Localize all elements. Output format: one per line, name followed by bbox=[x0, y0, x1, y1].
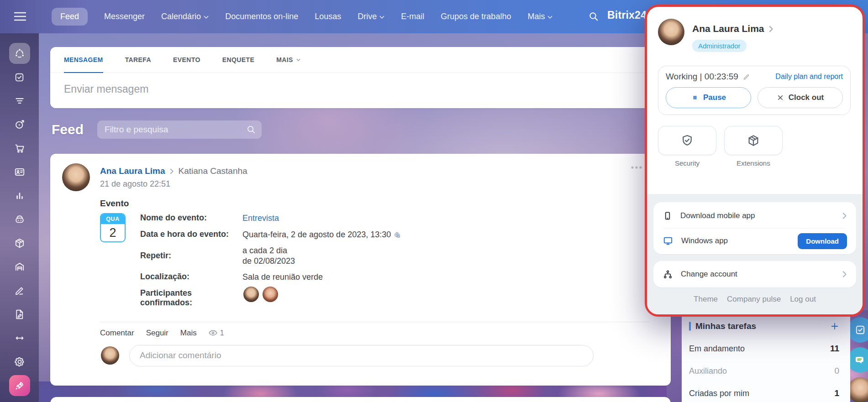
brand-logo[interactable]: Bitrix24 bbox=[607, 9, 647, 21]
check-square-icon bbox=[854, 324, 866, 336]
field-label: Data e hora do evento: bbox=[140, 230, 242, 240]
chevron-down-icon bbox=[296, 58, 300, 62]
chevron-right-icon bbox=[769, 26, 773, 32]
post-header-text: Ana Laura Lima Katiana Castanha 21 de ag… bbox=[100, 163, 247, 191]
add-comment-input[interactable] bbox=[129, 345, 594, 366]
event-name-link[interactable]: Entrevista bbox=[242, 213, 279, 224]
sidebar-item-live-feed[interactable] bbox=[9, 43, 30, 64]
calendar-day: 2 bbox=[101, 224, 125, 241]
sidebar-item-crm[interactable] bbox=[9, 90, 30, 111]
eye-icon bbox=[209, 329, 217, 336]
post-recipient-link[interactable]: Katiana Castanha bbox=[179, 166, 247, 176]
post-author-link[interactable]: Ana Laura Lima bbox=[100, 166, 165, 176]
search-icon[interactable] bbox=[246, 125, 256, 135]
post-divider bbox=[100, 322, 650, 322]
participant-avatar[interactable] bbox=[262, 286, 279, 303]
search-icon[interactable] bbox=[588, 11, 599, 22]
participant-avatar[interactable] bbox=[242, 286, 260, 303]
sidebar-item-upgrade[interactable] bbox=[9, 375, 30, 396]
sidebar-item-marketing[interactable] bbox=[9, 114, 30, 135]
tasks-row-label: Em andamento bbox=[689, 344, 745, 354]
more-action[interactable]: Mais bbox=[180, 329, 197, 338]
nav-item-messenger[interactable]: Messenger bbox=[104, 12, 145, 21]
dock-messenger-button[interactable] bbox=[847, 347, 868, 373]
sidebar-item-tasks[interactable] bbox=[9, 67, 30, 88]
security-tile[interactable]: Security bbox=[658, 126, 716, 167]
edit-pencil-icon[interactable] bbox=[742, 73, 750, 81]
sidebar-item-e-sign[interactable] bbox=[9, 280, 30, 301]
tasks-row-created-by-me[interactable]: Criadas por mim 1 bbox=[689, 388, 839, 398]
profile-avatar[interactable] bbox=[658, 19, 684, 45]
tasks-row-assisting[interactable]: Auxiliando 0 bbox=[689, 366, 839, 376]
sidebar-item-copilot[interactable] bbox=[9, 209, 30, 230]
chevron-down-icon bbox=[379, 16, 384, 19]
nav-item-label: Feed bbox=[60, 12, 79, 21]
sidebar-item-warehouse[interactable] bbox=[9, 256, 30, 277]
extensions-tile[interactable]: Extensions bbox=[724, 126, 783, 167]
menu-hamburger-icon[interactable] bbox=[14, 11, 26, 22]
app-row-label: Windows app bbox=[681, 236, 728, 245]
sidebar-item-company[interactable] bbox=[9, 162, 30, 183]
comment-action[interactable]: Comentar bbox=[100, 329, 134, 338]
sidebar-item-resize[interactable] bbox=[9, 328, 30, 349]
sidebar-item-documents[interactable] bbox=[9, 304, 30, 325]
send-message-input[interactable]: Enviar mensagem bbox=[50, 73, 671, 105]
tab-event[interactable]: EVENTO bbox=[173, 47, 200, 73]
nav-item-feed[interactable]: Feed bbox=[52, 8, 88, 26]
feed-post-card: Ana Laura Lima Katiana Castanha 21 de ag… bbox=[50, 154, 671, 386]
pause-label: Pause bbox=[703, 93, 726, 102]
add-task-icon[interactable] bbox=[830, 322, 839, 331]
tab-message[interactable]: MENSAGEM bbox=[64, 47, 103, 73]
bar-chart-icon bbox=[14, 190, 26, 202]
download-mobile-app-row[interactable]: Download mobile app bbox=[663, 203, 847, 228]
post-type-label: Evento bbox=[100, 198, 659, 209]
post-menu-icon[interactable] bbox=[631, 166, 642, 169]
nav-item-more[interactable]: Mais bbox=[527, 12, 552, 21]
download-button[interactable]: Download bbox=[798, 233, 847, 249]
nav-item-boards[interactable]: Lousas bbox=[315, 12, 341, 21]
tab-task[interactable]: TAREFA bbox=[125, 47, 151, 73]
tab-more[interactable]: MAIS bbox=[276, 47, 300, 73]
tab-poll[interactable]: ENQUETE bbox=[222, 47, 254, 73]
change-account-row[interactable]: Change account bbox=[663, 262, 847, 287]
sidebar-item-analytics[interactable] bbox=[9, 185, 30, 206]
sidebar-item-market[interactable] bbox=[9, 233, 30, 254]
timezone-globe-icon bbox=[394, 231, 400, 238]
pause-button[interactable]: Pause bbox=[666, 87, 751, 108]
feed-filter bbox=[97, 120, 262, 139]
clock-out-button[interactable]: Clock out bbox=[758, 87, 843, 108]
nav-item-calendar[interactable]: Calendário bbox=[161, 12, 209, 21]
event-field-datetime: Data e hora do evento: Quarta-feira, 2 d… bbox=[140, 230, 659, 240]
sidebar-item-sales[interactable] bbox=[9, 138, 30, 159]
tab-label: EVENTO bbox=[173, 56, 200, 63]
field-label: Nome do evento: bbox=[140, 213, 242, 224]
windows-app-row[interactable]: Windows app Download bbox=[663, 228, 847, 253]
nav-item-email[interactable]: E-mail bbox=[401, 12, 424, 21]
dock-user-avatar[interactable] bbox=[847, 377, 868, 402]
quick-tiles: Security Extensions bbox=[658, 126, 851, 167]
profile-name-link[interactable]: Ana Laura Lima bbox=[692, 23, 764, 34]
popup-lower-section: Download mobile app Windows app Download… bbox=[647, 194, 863, 314]
dock-tasks-button[interactable] bbox=[847, 317, 868, 343]
nav-items: Feed Messenger Calendário Documentos on-… bbox=[52, 8, 552, 26]
theme-link[interactable]: Theme bbox=[694, 295, 718, 304]
nav-item-label: Calendário bbox=[161, 12, 201, 21]
shield-check-icon bbox=[680, 134, 694, 147]
tab-label: MAIS bbox=[276, 56, 293, 63]
tasks-row-in-progress[interactable]: Em andamento 11 bbox=[689, 344, 839, 354]
author-avatar[interactable] bbox=[62, 163, 90, 191]
my-tasks-widget: Minhas tarefas Em andamento 11 Auxiliand… bbox=[682, 315, 850, 402]
nav-item-online-docs[interactable]: Documentos on-line bbox=[225, 12, 298, 21]
tab-label: MENSAGEM bbox=[64, 56, 103, 63]
follow-action[interactable]: Seguir bbox=[146, 329, 168, 338]
company-pulse-link[interactable]: Company pulse bbox=[727, 295, 781, 304]
work-timer-card: Working | 00:23:59 Daily plan and report… bbox=[658, 66, 851, 115]
log-out-link[interactable]: Log out bbox=[790, 295, 816, 304]
daily-plan-link[interactable]: Daily plan and report bbox=[775, 73, 843, 81]
filter-search-input[interactable] bbox=[97, 120, 262, 139]
nav-item-workgroups[interactable]: Grupos de trabalho bbox=[441, 12, 511, 21]
field-label: Participantes confirmados: bbox=[140, 288, 242, 308]
nav-item-drive[interactable]: Drive bbox=[358, 12, 384, 21]
app-row-label: Change account bbox=[681, 270, 737, 279]
sidebar-item-settings[interactable] bbox=[9, 351, 30, 372]
